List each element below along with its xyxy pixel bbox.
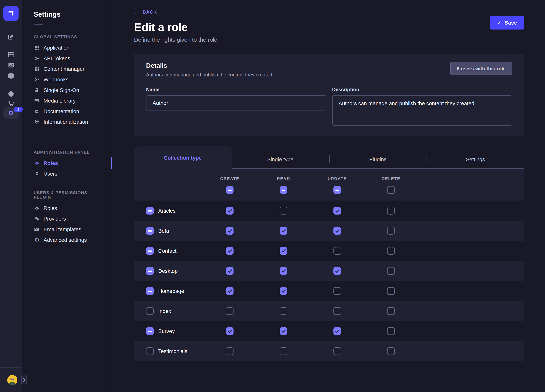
read-checkbox[interactable] (280, 327, 287, 335)
update-checkbox[interactable] (334, 327, 341, 335)
content-type-label: Contact (158, 248, 177, 254)
row-select-checkbox[interactable] (146, 207, 154, 214)
eye-icon (34, 205, 40, 211)
content-manager-edit-icon[interactable] (3, 31, 19, 42)
content-type-label: Survey (158, 328, 175, 334)
update-checkbox[interactable] (334, 227, 341, 234)
read-checkbox[interactable] (280, 207, 287, 214)
subnav-item-label: Content manager (43, 66, 84, 72)
subnav-item-email-templates[interactable]: Email templates (22, 224, 112, 235)
permission-cell (257, 327, 310, 335)
delete-checkbox[interactable] (387, 247, 395, 254)
subnav-item-roles[interactable]: Roles (22, 158, 112, 168)
permission-cell (310, 347, 364, 355)
row-select-checkbox[interactable] (146, 267, 154, 275)
row-select-checkbox[interactable] (146, 247, 154, 254)
tab-settings[interactable]: Settings (427, 150, 524, 169)
back-arrow-icon: ← (134, 9, 140, 15)
create-checkbox[interactable] (226, 267, 234, 275)
create-checkbox[interactable] (226, 227, 234, 234)
description-label: Description (332, 87, 512, 92)
subnav-item-single-sign-on[interactable]: Single Sign-On (22, 85, 112, 95)
content-type-label: Articles (158, 208, 176, 214)
create-checkbox[interactable] (226, 287, 234, 294)
tab-plugins[interactable]: Plugins (329, 150, 427, 169)
info-icon[interactable] (3, 70, 19, 81)
permission-cell (257, 267, 310, 275)
select-all-create-checkbox[interactable] (226, 186, 234, 194)
select-all-delete-checkbox[interactable] (387, 186, 395, 194)
delete-checkbox[interactable] (387, 287, 395, 294)
user-avatar[interactable] (7, 375, 17, 385)
read-checkbox[interactable] (280, 227, 287, 234)
update-checkbox[interactable] (334, 207, 341, 214)
create-checkbox[interactable] (226, 347, 234, 355)
delete-checkbox[interactable] (387, 227, 395, 234)
subnav-item-label: Internationalization (43, 119, 88, 125)
settings-subnav: Settings GLOBAL SETTINGSApplicationAPI T… (22, 0, 112, 392)
subnav-item-advanced-settings[interactable]: ⚙Advanced settings (22, 235, 112, 245)
read-checkbox[interactable] (280, 287, 287, 294)
read-checkbox[interactable] (280, 247, 287, 254)
strapi-logo[interactable] (3, 6, 19, 21)
subnav-item-internationalization[interactable]: Internationalization (22, 116, 112, 127)
delete-checkbox[interactable] (387, 267, 395, 275)
create-checkbox[interactable] (226, 307, 234, 315)
read-checkbox[interactable] (280, 267, 287, 275)
name-input[interactable] (146, 95, 326, 110)
subnav-item-webhooks[interactable]: Webhooks (22, 74, 112, 85)
subnav-item-media-library[interactable]: Media Library (22, 95, 112, 106)
select-all-update-checkbox[interactable] (334, 186, 341, 194)
permission-cell (364, 207, 418, 214)
read-checkbox[interactable] (280, 347, 287, 355)
delete-checkbox[interactable] (387, 307, 395, 315)
read-checkbox[interactable] (280, 307, 287, 315)
subnav-item-providers[interactable]: Providers (22, 213, 112, 224)
main-nav-rail: ⚙ 2 ❯ (0, 0, 22, 392)
subnav-section-list: RolesUsers (22, 158, 112, 179)
update-checkbox[interactable] (334, 287, 341, 294)
plug-icon (34, 216, 40, 222)
permission-cell (257, 227, 310, 234)
description-input[interactable]: Authors can manage and publish the conte… (332, 95, 512, 126)
tab-single-type[interactable]: Single type (232, 150, 329, 169)
row-select-checkbox[interactable] (146, 307, 154, 315)
update-checkbox[interactable] (334, 347, 341, 355)
permission-cell (203, 207, 257, 214)
delete-checkbox[interactable] (387, 347, 395, 355)
subnav-item-roles[interactable]: Roles (22, 203, 112, 213)
permission-cell (364, 247, 418, 254)
subnav-item-content-manager[interactable]: Content manager (22, 64, 112, 74)
subnav-item-application[interactable]: Application (22, 42, 112, 53)
strapi-logo-glyph (7, 9, 15, 17)
subnav-item-documentation[interactable]: Documentation (22, 106, 112, 116)
row-select-checkbox[interactable] (146, 227, 154, 234)
tab-label: Settings (466, 156, 485, 162)
media-library-icon[interactable] (3, 60, 19, 70)
content-type-builder-layout-icon[interactable] (3, 49, 19, 60)
row-select-checkbox[interactable] (146, 347, 154, 355)
permission-cell (310, 207, 364, 214)
update-checkbox[interactable] (334, 247, 341, 254)
update-checkbox[interactable] (334, 267, 341, 275)
row-select-checkbox[interactable] (146, 287, 154, 294)
delete-checkbox[interactable] (387, 207, 395, 214)
delete-checkbox[interactable] (387, 327, 395, 335)
name-label: Name (146, 87, 326, 92)
subnav-item-label: Application (43, 45, 69, 51)
tab-collection-type[interactable]: Collection type (134, 147, 232, 169)
create-checkbox[interactable] (226, 327, 234, 335)
subnav-item-users[interactable]: Users (22, 168, 112, 179)
expand-nav-button[interactable]: ❯ (21, 375, 27, 384)
create-checkbox[interactable] (226, 247, 234, 254)
create-checkbox[interactable] (226, 207, 234, 214)
plugins-puzzle-icon[interactable] (3, 88, 19, 99)
subnav-item-api-tokens[interactable]: API Tokens (22, 53, 112, 64)
back-link[interactable]: ← BACK (134, 9, 157, 15)
row-select-checkbox[interactable] (146, 327, 154, 335)
update-checkbox[interactable] (334, 307, 341, 315)
content-type-label: Beta (158, 228, 169, 234)
select-all-read-checkbox[interactable] (280, 186, 287, 194)
save-button[interactable]: ✓ Save (490, 16, 524, 30)
content-type-row-articles: Articles (134, 201, 524, 220)
